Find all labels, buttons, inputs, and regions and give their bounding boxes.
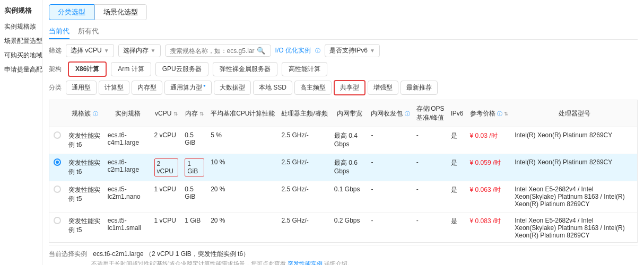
cpu-freq-cell: 2.5 GHz/-	[278, 154, 330, 181]
search-box[interactable]: 🔍	[165, 45, 271, 57]
tab-classify[interactable]: 分类选型	[49, 4, 94, 20]
status-warning: 不适用于长时间超过性能'基线'或企业稳定计算性能需求场景，您可点此查看 突发性能…	[91, 260, 638, 265]
top-tabs: 分类选型 场景化选型	[49, 4, 638, 20]
ipv6-cell: 是	[448, 181, 467, 213]
sidebar-item-scene[interactable]: 场景配置选型	[4, 36, 38, 46]
vcpu-cell: 2 vCPU	[151, 127, 182, 154]
vcpu-filter[interactable]: 选择 vCPU ▼	[66, 44, 114, 57]
col-memory[interactable]: 内存 ⇅	[181, 100, 207, 127]
filter-row: 筛选 选择 vCPU ▼ 选择内存 ▼ 🔍 I/O 优化实例 ⓘ 是否支持IPv…	[49, 44, 638, 57]
filter-label: 筛选	[49, 46, 62, 55]
radio-cell[interactable]	[49, 154, 65, 181]
ipv6-cell: 是	[448, 213, 467, 243]
cpu-model-cell: Intel Xeon E5-2682v4 / Intel Xeon(Skylak…	[511, 213, 637, 243]
vcpu-filter-label: 选择 vCPU	[71, 46, 102, 55]
ipv6-filter[interactable]: 是否支持IPv6 ▼	[325, 44, 380, 57]
col-iops: 存储IOPS基准/峰值	[413, 100, 448, 127]
warning-text: 不适用于长时间超过性能'基线'或企业稳定计算性能需求场景，您可点此查看	[91, 260, 286, 265]
family-cell: 突发性能实例 t6	[65, 127, 105, 154]
cat-label: 分类	[49, 83, 62, 92]
radio-cell[interactable]	[49, 181, 65, 213]
sidebar-title: 实例规格	[4, 5, 38, 16]
price-cell: ¥ 0.063 /时	[467, 181, 512, 213]
vcpu-arrow-icon: ▼	[104, 48, 109, 54]
family-info-icon[interactable]: ⓘ	[93, 111, 98, 117]
radio-button[interactable]	[54, 217, 61, 224]
memory-filter[interactable]: 选择内存 ▼	[118, 44, 161, 57]
sidebar-item-family[interactable]: 实例规格族	[4, 22, 38, 32]
search-input[interactable]	[170, 47, 255, 55]
cat-btn-latest[interactable]: 最新推荐	[401, 81, 438, 95]
warning-link[interactable]: 突发性能实例	[288, 260, 323, 265]
cpu-model-cell: Intel Xeon E5-2682v4 / Intel Xeon(Skylak…	[511, 181, 637, 213]
spec-cell: ecs.t5-lc1m1.small	[105, 213, 151, 243]
subtab-all[interactable]: 所有代	[78, 24, 99, 39]
spec-cell: ecs.t5-lc2m1.nano	[105, 181, 151, 213]
cpu-freq-cell: 2.5 GHz/-	[278, 181, 330, 213]
price-cell: ¥ 0.03 /时	[467, 127, 512, 154]
memory-cell: 0.5 GiB	[181, 127, 207, 154]
col-cpu-perf: 平均基准CPU计算性能	[207, 100, 278, 127]
net-pps-cell: -	[368, 154, 413, 181]
search-icon: 🔍	[257, 47, 265, 55]
table-row[interactable]: 突发性能实例 t5ecs.t5-lc2m1.nano1 vCPU0.5 GiB2…	[49, 181, 637, 213]
warning-suffix: 详细介绍。	[324, 260, 353, 265]
family-cell: 突发性能实例 t5	[65, 213, 105, 243]
sidebar-item-quota[interactable]: 申请提量高配	[4, 65, 38, 75]
family-cell: 突发性能实例 t6	[65, 154, 105, 181]
radio-cell[interactable]	[49, 127, 65, 154]
net-bw-cell: 最高 0.6 Gbps	[331, 154, 368, 181]
cat-btn-shared[interactable]: 共享型	[334, 80, 365, 95]
sidebar-item-region[interactable]: 可购买的地域	[4, 50, 38, 60]
cat-btn-general-compute[interactable]: 通用算力型	[164, 81, 212, 95]
cat-btn-highfreq[interactable]: 高主频型	[294, 81, 332, 95]
cpu-model-cell: Intel(R) Xeon(R) Platinum 8269CY	[511, 154, 637, 181]
arch-btn-bare[interactable]: 弹性裸金属服务器	[213, 62, 277, 76]
col-cpu-model: 处理器型号	[511, 100, 637, 127]
table-row[interactable]: 突发性能实例 t5ecs.t5-lc1m1.small1 vCPU1 GiB20…	[49, 213, 637, 243]
col-cpu-freq: 处理器主频/睿频	[278, 100, 330, 127]
tab-scene[interactable]: 场景化选型	[94, 4, 147, 20]
arch-btn-arm[interactable]: Arm 计算	[111, 62, 151, 76]
table-row[interactable]: 突发性能实例 t6ecs.t6-c4m1.large2 vCPU0.5 GiB5…	[49, 127, 637, 154]
cat-btn-memory[interactable]: 内存型	[132, 81, 162, 95]
io-optimize-link[interactable]: I/O 优化实例	[275, 46, 311, 55]
cpu-perf-cell: 20 %	[207, 181, 278, 213]
cpu-perf-cell: 20 %	[207, 213, 278, 243]
price-cell: ¥ 0.059 /时	[467, 154, 512, 181]
cpu-model-cell: Intel(R) Xeon(R) Platinum 8269CY	[511, 127, 637, 154]
iops-cell: -	[413, 127, 448, 154]
radio-button[interactable]	[54, 158, 61, 166]
vcpu-cell: 2 vCPU	[151, 154, 182, 181]
vcpu-cell: 1 vCPU	[151, 213, 182, 243]
cat-btn-local-ssd[interactable]: 本地 SSD	[253, 81, 292, 95]
cat-btn-bigdata[interactable]: 大数据型	[214, 81, 251, 95]
pps-info-icon[interactable]: ⓘ	[405, 111, 410, 117]
cat-btn-compute[interactable]: 计算型	[99, 81, 129, 95]
memory-sort-icon: ⇅	[199, 111, 204, 117]
arch-btn-x86[interactable]: X86计算	[68, 61, 107, 77]
vcpu-sort-icon: ⇅	[173, 111, 178, 117]
status-label: 当前选择实例	[49, 250, 91, 259]
net-bw-cell: 最高 0.4 Gbps	[331, 127, 368, 154]
col-vcpu[interactable]: vCPU ⇅	[151, 100, 182, 127]
cpu-freq-cell: 2.5 GHz/-	[278, 213, 330, 243]
bottom-status: 当前选择实例 ecs.t6-c2m1.large （2 vCPU 1 GiB，突…	[49, 245, 638, 265]
table-row[interactable]: 突发性能实例 t6ecs.t6-c2m1.large2 vCPU1 GiB10 …	[49, 154, 637, 181]
col-price[interactable]: 参考价格 ⓘ ⇅	[467, 100, 512, 127]
subtab-current[interactable]: 当前代	[49, 24, 69, 39]
sub-tabs: 当前代 所有代	[49, 24, 638, 40]
cat-btn-enhanced[interactable]: 增强型	[368, 81, 398, 95]
arch-btn-gpu[interactable]: GPU云服务器	[155, 62, 208, 76]
radio-button[interactable]	[54, 186, 61, 193]
radio-cell[interactable]	[49, 213, 65, 243]
cat-btn-general[interactable]: 通用型	[66, 81, 97, 95]
price-info-icon[interactable]: ⓘ	[497, 111, 502, 117]
col-family: 规格族 ⓘ	[65, 100, 105, 127]
radio-button[interactable]	[54, 131, 61, 139]
arch-btn-hpc[interactable]: 高性能计算	[282, 62, 327, 76]
memory-arrow-icon: ▼	[151, 48, 156, 54]
memory-cell: 1 GiB	[181, 213, 207, 243]
arch-label: 架构	[49, 65, 62, 74]
instance-table-wrapper: 规格族 ⓘ 实例规格 vCPU ⇅ 内存 ⇅ 平均基准CPU计算性能 处理器主频…	[49, 100, 638, 243]
